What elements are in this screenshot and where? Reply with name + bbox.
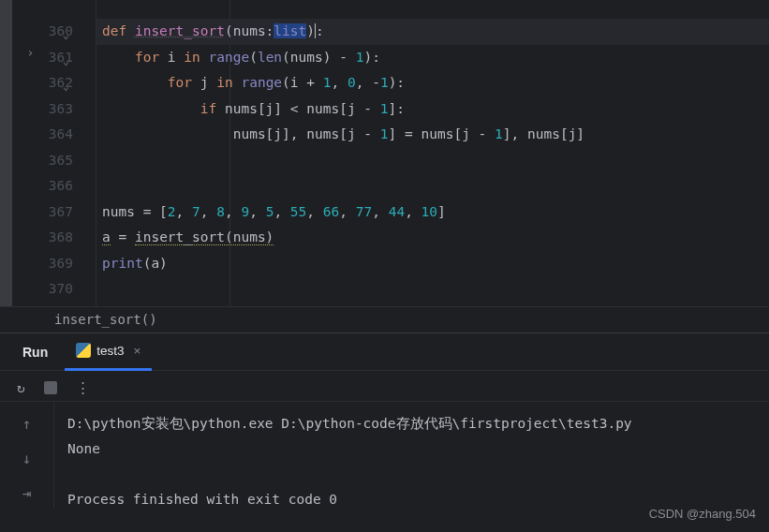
close-icon[interactable]: × — [134, 344, 141, 358]
soft-wrap-icon[interactable]: ⇥ — [22, 484, 32, 502]
code-line[interactable]: print(a) — [96, 251, 769, 277]
run-panel: Run test3 × ↻ ↑ ↓ ⇥ D:\python安装包\python.… — [0, 332, 769, 508]
usage-hint: 1 usage — [96, 0, 769, 19]
code-line[interactable]: for j in range(i + 1, 0, -1): — [96, 70, 769, 96]
line-number[interactable]: 367 — [12, 200, 73, 226]
run-toolbar: ↻ — [0, 370, 769, 401]
run-tool-label[interactable]: Run — [0, 345, 65, 360]
gutter: 360⌄361⌄362⌄363364365366367368369370 — [12, 0, 96, 306]
line-number[interactable]: 360⌄ — [12, 19, 73, 45]
watermark: CSDN @zhang.504 — [649, 507, 756, 521]
breadcrumb[interactable]: insert_sort() — [0, 306, 769, 332]
code-line[interactable] — [96, 148, 769, 174]
expand-chevron-icon[interactable]: › — [26, 45, 35, 60]
line-number[interactable]: 365 — [12, 148, 73, 174]
console-side-toolbar: ↑ ↓ ⇥ — [0, 402, 54, 508]
run-config-tab[interactable]: test3 × — [65, 333, 152, 371]
line-number[interactable]: 361⌄ — [12, 45, 73, 71]
run-tabs: Run test3 × — [0, 332, 769, 370]
line-number[interactable]: 363 — [12, 96, 73, 123]
editor: › 360⌄361⌄362⌄363364365366367368369370 1… — [0, 0, 769, 306]
code-line[interactable]: nums[j], nums[j - 1] = nums[j - 1], nums… — [96, 122, 769, 148]
output-line: D:\python安装包\python.exe D:\python-code存放… — [67, 416, 632, 431]
output-line: Process finished with exit code 0 — [67, 492, 337, 507]
code-line[interactable]: if nums[j] < nums[j - 1]: — [96, 96, 769, 123]
console-output[interactable]: D:\python安装包\python.exe D:\python-code存放… — [54, 402, 769, 508]
tab-title: test3 — [96, 344, 124, 358]
line-number[interactable]: 369 — [12, 251, 73, 277]
line-number[interactable]: 368 — [12, 225, 73, 251]
code-line[interactable] — [96, 173, 769, 200]
line-number[interactable]: 366 — [12, 173, 73, 200]
line-number[interactable]: 362⌄ — [12, 70, 73, 96]
output-line: None — [67, 441, 100, 456]
output-area: ↑ ↓ ⇥ D:\python安装包\python.exe D:\python-… — [0, 401, 769, 508]
code-line[interactable] — [96, 276, 769, 303]
code-line[interactable]: for i in range(len(nums) - 1): — [96, 45, 769, 71]
stop-icon[interactable] — [44, 381, 57, 394]
code-area[interactable]: 1 usage def insert_sort(nums:list): for … — [96, 0, 769, 306]
more-icon[interactable] — [76, 380, 90, 395]
line-number[interactable]: 370 — [12, 276, 73, 303]
rerun-icon[interactable]: ↻ — [17, 380, 25, 395]
code-line[interactable]: def insert_sort(nums:list): — [96, 19, 769, 45]
gutter-hint-row — [12, 0, 73, 19]
up-icon[interactable]: ↑ — [22, 415, 32, 433]
line-number[interactable]: 364 — [12, 122, 73, 148]
left-rail — [0, 0, 12, 306]
python-icon — [76, 343, 91, 358]
down-icon[interactable]: ↓ — [22, 450, 32, 467]
code-line[interactable]: a = insert_sort(nums) — [96, 225, 769, 251]
code-line[interactable]: nums = [2, 7, 8, 9, 5, 55, 66, 77, 44, 1… — [96, 200, 769, 226]
